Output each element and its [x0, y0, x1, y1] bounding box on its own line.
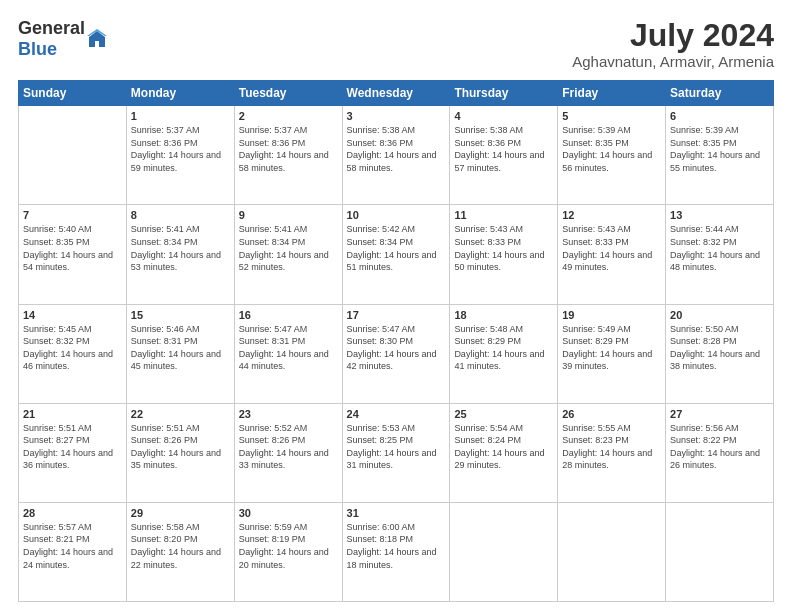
cell-w1-d4: 11Sunrise: 5:43 AMSunset: 8:33 PMDayligh…: [450, 205, 558, 304]
day-number: 28: [23, 507, 122, 519]
cell-w4-d4: [450, 502, 558, 601]
header-thursday: Thursday: [450, 81, 558, 106]
day-info: Sunrise: 5:40 AMSunset: 8:35 PMDaylight:…: [23, 224, 113, 272]
page: General Blue July 2024 Aghavnatun, Armav…: [0, 0, 792, 612]
day-info: Sunrise: 5:52 AMSunset: 8:26 PMDaylight:…: [239, 423, 329, 471]
cell-w3-d1: 22Sunrise: 5:51 AMSunset: 8:26 PMDayligh…: [126, 403, 234, 502]
logo-icon: [87, 29, 107, 49]
day-number: 3: [347, 110, 446, 122]
header-wednesday: Wednesday: [342, 81, 450, 106]
day-number: 25: [454, 408, 553, 420]
day-info: Sunrise: 5:49 AMSunset: 8:29 PMDaylight:…: [562, 324, 652, 372]
cell-w2-d2: 16Sunrise: 5:47 AMSunset: 8:31 PMDayligh…: [234, 304, 342, 403]
cell-w1-d0: 7Sunrise: 5:40 AMSunset: 8:35 PMDaylight…: [19, 205, 127, 304]
day-number: 21: [23, 408, 122, 420]
day-info: Sunrise: 5:57 AMSunset: 8:21 PMDaylight:…: [23, 522, 113, 570]
day-number: 30: [239, 507, 338, 519]
cell-w4-d5: [558, 502, 666, 601]
subtitle: Aghavnatun, Armavir, Armenia: [572, 53, 774, 70]
day-info: Sunrise: 5:51 AMSunset: 8:26 PMDaylight:…: [131, 423, 221, 471]
cell-w3-d2: 23Sunrise: 5:52 AMSunset: 8:26 PMDayligh…: [234, 403, 342, 502]
cell-w0-d2: 2Sunrise: 5:37 AMSunset: 8:36 PMDaylight…: [234, 106, 342, 205]
day-number: 15: [131, 309, 230, 321]
day-number: 18: [454, 309, 553, 321]
cell-w2-d0: 14Sunrise: 5:45 AMSunset: 8:32 PMDayligh…: [19, 304, 127, 403]
day-number: 31: [347, 507, 446, 519]
day-number: 6: [670, 110, 769, 122]
day-info: Sunrise: 5:47 AMSunset: 8:30 PMDaylight:…: [347, 324, 437, 372]
day-info: Sunrise: 5:37 AMSunset: 8:36 PMDaylight:…: [131, 125, 221, 173]
title-block: July 2024 Aghavnatun, Armavir, Armenia: [572, 18, 774, 70]
header: General Blue July 2024 Aghavnatun, Armav…: [18, 18, 774, 70]
cell-w3-d4: 25Sunrise: 5:54 AMSunset: 8:24 PMDayligh…: [450, 403, 558, 502]
cell-w3-d3: 24Sunrise: 5:53 AMSunset: 8:25 PMDayligh…: [342, 403, 450, 502]
logo-text: General Blue: [18, 18, 85, 60]
day-number: 12: [562, 209, 661, 221]
day-number: 14: [23, 309, 122, 321]
cell-w4-d6: [666, 502, 774, 601]
day-info: Sunrise: 5:54 AMSunset: 8:24 PMDaylight:…: [454, 423, 544, 471]
day-number: 26: [562, 408, 661, 420]
logo: General Blue: [18, 18, 107, 60]
day-number: 13: [670, 209, 769, 221]
day-number: 8: [131, 209, 230, 221]
week-row-1: 7Sunrise: 5:40 AMSunset: 8:35 PMDaylight…: [19, 205, 774, 304]
cell-w1-d1: 8Sunrise: 5:41 AMSunset: 8:34 PMDaylight…: [126, 205, 234, 304]
day-info: Sunrise: 5:38 AMSunset: 8:36 PMDaylight:…: [347, 125, 437, 173]
day-number: 4: [454, 110, 553, 122]
day-info: Sunrise: 5:44 AMSunset: 8:32 PMDaylight:…: [670, 224, 760, 272]
header-sunday: Sunday: [19, 81, 127, 106]
cell-w1-d3: 10Sunrise: 5:42 AMSunset: 8:34 PMDayligh…: [342, 205, 450, 304]
day-info: Sunrise: 5:43 AMSunset: 8:33 PMDaylight:…: [454, 224, 544, 272]
cell-w4-d1: 29Sunrise: 5:58 AMSunset: 8:20 PMDayligh…: [126, 502, 234, 601]
day-info: Sunrise: 5:58 AMSunset: 8:20 PMDaylight:…: [131, 522, 221, 570]
day-number: 20: [670, 309, 769, 321]
week-row-4: 28Sunrise: 5:57 AMSunset: 8:21 PMDayligh…: [19, 502, 774, 601]
header-monday: Monday: [126, 81, 234, 106]
cell-w4-d0: 28Sunrise: 5:57 AMSunset: 8:21 PMDayligh…: [19, 502, 127, 601]
day-number: 11: [454, 209, 553, 221]
cell-w3-d6: 27Sunrise: 5:56 AMSunset: 8:22 PMDayligh…: [666, 403, 774, 502]
cell-w0-d6: 6Sunrise: 5:39 AMSunset: 8:35 PMDaylight…: [666, 106, 774, 205]
day-info: Sunrise: 5:51 AMSunset: 8:27 PMDaylight:…: [23, 423, 113, 471]
day-info: Sunrise: 5:59 AMSunset: 8:19 PMDaylight:…: [239, 522, 329, 570]
day-info: Sunrise: 5:42 AMSunset: 8:34 PMDaylight:…: [347, 224, 437, 272]
day-info: Sunrise: 5:43 AMSunset: 8:33 PMDaylight:…: [562, 224, 652, 272]
day-number: 27: [670, 408, 769, 420]
cell-w1-d2: 9Sunrise: 5:41 AMSunset: 8:34 PMDaylight…: [234, 205, 342, 304]
day-info: Sunrise: 5:53 AMSunset: 8:25 PMDaylight:…: [347, 423, 437, 471]
day-number: 16: [239, 309, 338, 321]
day-info: Sunrise: 5:48 AMSunset: 8:29 PMDaylight:…: [454, 324, 544, 372]
day-number: 10: [347, 209, 446, 221]
day-number: 29: [131, 507, 230, 519]
day-info: Sunrise: 5:39 AMSunset: 8:35 PMDaylight:…: [562, 125, 652, 173]
cell-w2-d5: 19Sunrise: 5:49 AMSunset: 8:29 PMDayligh…: [558, 304, 666, 403]
day-number: 24: [347, 408, 446, 420]
day-number: 23: [239, 408, 338, 420]
day-info: Sunrise: 5:56 AMSunset: 8:22 PMDaylight:…: [670, 423, 760, 471]
cell-w1-d5: 12Sunrise: 5:43 AMSunset: 8:33 PMDayligh…: [558, 205, 666, 304]
cell-w0-d5: 5Sunrise: 5:39 AMSunset: 8:35 PMDaylight…: [558, 106, 666, 205]
header-row: Sunday Monday Tuesday Wednesday Thursday…: [19, 81, 774, 106]
cell-w3-d0: 21Sunrise: 5:51 AMSunset: 8:27 PMDayligh…: [19, 403, 127, 502]
main-title: July 2024: [572, 18, 774, 53]
day-info: Sunrise: 5:41 AMSunset: 8:34 PMDaylight:…: [239, 224, 329, 272]
day-info: Sunrise: 5:41 AMSunset: 8:34 PMDaylight:…: [131, 224, 221, 272]
day-info: Sunrise: 5:37 AMSunset: 8:36 PMDaylight:…: [239, 125, 329, 173]
day-number: 1: [131, 110, 230, 122]
day-number: 5: [562, 110, 661, 122]
cell-w4-d2: 30Sunrise: 5:59 AMSunset: 8:19 PMDayligh…: [234, 502, 342, 601]
day-number: 17: [347, 309, 446, 321]
day-info: Sunrise: 5:45 AMSunset: 8:32 PMDaylight:…: [23, 324, 113, 372]
cell-w2-d4: 18Sunrise: 5:48 AMSunset: 8:29 PMDayligh…: [450, 304, 558, 403]
cell-w0-d0: [19, 106, 127, 205]
day-number: 2: [239, 110, 338, 122]
day-info: Sunrise: 5:50 AMSunset: 8:28 PMDaylight:…: [670, 324, 760, 372]
day-info: Sunrise: 5:38 AMSunset: 8:36 PMDaylight:…: [454, 125, 544, 173]
cell-w3-d5: 26Sunrise: 5:55 AMSunset: 8:23 PMDayligh…: [558, 403, 666, 502]
day-number: 7: [23, 209, 122, 221]
header-saturday: Saturday: [666, 81, 774, 106]
cell-w4-d3: 31Sunrise: 6:00 AMSunset: 8:18 PMDayligh…: [342, 502, 450, 601]
header-friday: Friday: [558, 81, 666, 106]
header-tuesday: Tuesday: [234, 81, 342, 106]
